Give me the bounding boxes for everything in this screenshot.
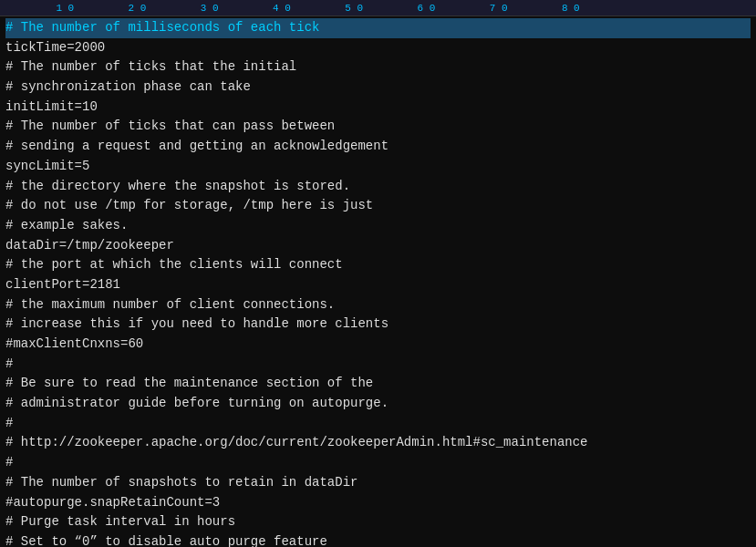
code-line: # http://zookeeper.apache.org/doc/curren… — [5, 433, 751, 453]
code-line: # example sakes. — [5, 216, 751, 236]
code-line: # Purge task interval in hours — [5, 512, 751, 532]
code-line: # The number of milliseconds of each tic… — [5, 18, 751, 38]
code-line: # the directory where the snapshot is st… — [5, 177, 751, 197]
code-line: # sending a request and getting an ackno… — [5, 137, 751, 157]
code-line: # The number of ticks that can pass betw… — [5, 117, 751, 137]
code-line: #autopurge.snapRetainCount=3 — [5, 493, 751, 513]
code-line: dataDir=/tmp/zookeeper — [5, 236, 751, 256]
code-line: # — [5, 453, 751, 473]
code-line: # synchronization phase can take — [5, 77, 751, 98]
code-line: # — [5, 355, 751, 375]
code-line: # Set to “0” to disable auto purge featu… — [5, 532, 751, 547]
code-line: syncLimit=5 — [5, 157, 751, 177]
code-line: tickTime=2000 — [5, 38, 751, 58]
ruler-content: 1 0 2 0 3 0 4 0 5 0 6 0 7 0 8 0 — [0, 0, 580, 15]
code-line: # The number of snapshots to retain in d… — [5, 473, 751, 493]
code-line: #maxClientCnxns=60 — [5, 335, 751, 355]
code-area: # The number of milliseconds of each tic… — [0, 16, 756, 547]
code-line: # the port at which the clients will con… — [5, 255, 751, 275]
code-line: # do not use /tmp for storage, /tmp here… — [5, 196, 751, 216]
code-line: # Be sure to read the maintenance sectio… — [5, 374, 751, 394]
code-line: initLimit=10 — [5, 98, 751, 118]
ruler: 1 0 2 0 3 0 4 0 5 0 6 0 7 0 8 0 — [0, 0, 756, 16]
code-line: # — [5, 414, 751, 434]
code-line: clientPort=2181 — [5, 275, 751, 295]
code-line: # The number of ticks that the initial — [5, 57, 751, 77]
code-line: # increase this if you need to handle mo… — [5, 315, 751, 335]
code-line: # administrator guide before turning on … — [5, 394, 751, 414]
code-line: # the maximum number of client connectio… — [5, 295, 751, 315]
